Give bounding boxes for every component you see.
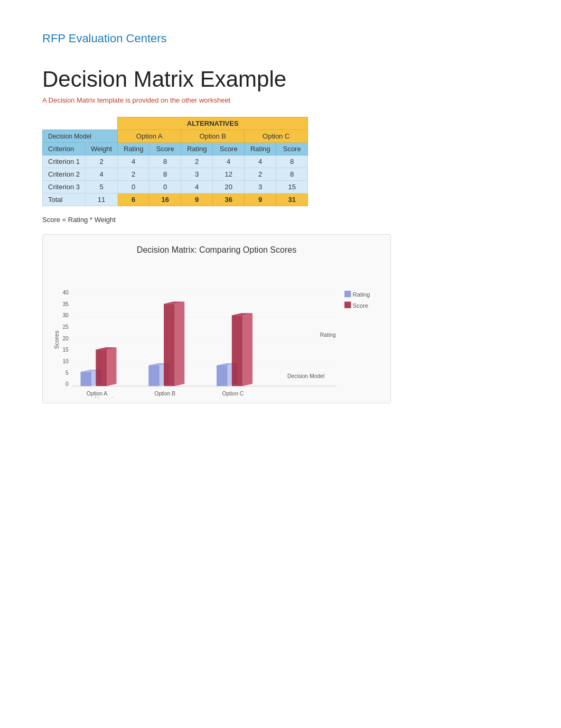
table-row: Criterion 1 2 4 8 2 4 4 8 <box>43 155 308 168</box>
svg-text:0: 0 <box>66 381 69 387</box>
total-b-rating: 9 <box>181 193 213 206</box>
svg-text:10: 10 <box>62 358 69 364</box>
a-score-1: 8 <box>149 155 181 168</box>
c-rating-2: 2 <box>245 168 276 181</box>
col-b-score: Score <box>213 143 245 155</box>
option-c-label: Option C <box>245 130 308 143</box>
formula-text: Score = Rating * Weight <box>42 216 519 224</box>
svg-text:Option B: Option B <box>154 391 175 397</box>
criterion-3: Criterion 3 <box>43 181 86 193</box>
svg-text:30: 30 <box>62 312 69 318</box>
weight-1: 2 <box>85 155 117 168</box>
svg-rect-31 <box>232 315 243 386</box>
svg-rect-16 <box>81 372 92 386</box>
weight-3: 5 <box>85 181 117 193</box>
svg-text:Score: Score <box>353 302 369 309</box>
c-rating-1: 4 <box>245 155 276 168</box>
chart-title: Decision Matrix: Comparing Option Scores <box>53 245 380 255</box>
b-rating-1: 2 <box>181 155 213 168</box>
svg-rect-41 <box>344 302 351 308</box>
a-score-3: 0 <box>149 181 181 193</box>
chart-container: Decision Matrix: Comparing Option Scores… <box>42 234 391 403</box>
total-c-score: 31 <box>276 193 308 206</box>
matrix-table-container: ALTERNATIVES Decision Model Option A Opt… <box>42 117 519 206</box>
c-score-3: 15 <box>276 181 308 193</box>
svg-text:Rating: Rating <box>320 332 336 338</box>
svg-text:Decision Model: Decision Model <box>287 373 324 379</box>
svg-marker-30 <box>242 313 253 386</box>
col-c-score: Score <box>276 143 308 155</box>
total-c-rating: 9 <box>245 193 276 206</box>
svg-text:Alternatives: Alternatives <box>94 397 122 398</box>
chart-svg: 0 5 10 15 20 25 30 35 40 Scores <box>53 260 380 398</box>
b-score-2: 12 <box>213 168 245 181</box>
svg-rect-25 <box>164 304 175 386</box>
svg-text:Option A: Option A <box>87 391 108 397</box>
svg-rect-19 <box>96 349 107 386</box>
table-row: Criterion 3 5 0 0 4 20 3 15 <box>43 181 308 193</box>
matrix-table: ALTERNATIVES Decision Model Option A Opt… <box>42 117 308 206</box>
c-score-1: 8 <box>276 155 308 168</box>
svg-text:25: 25 <box>62 324 69 330</box>
a-rating-2: 2 <box>118 168 149 181</box>
options-header-row: Decision Model Option A Option B Option … <box>43 130 308 143</box>
decision-model-label: Decision Model <box>43 130 118 143</box>
total-row: Total 11 6 16 9 36 9 31 <box>43 193 308 206</box>
b-score-1: 4 <box>213 155 245 168</box>
svg-rect-39 <box>344 291 351 297</box>
svg-text:20: 20 <box>62 336 69 342</box>
weight-2: 4 <box>85 168 117 181</box>
b-rating-2: 3 <box>181 168 213 181</box>
total-a-rating: 6 <box>118 193 149 206</box>
page-subtitle: A Decision Matrix template is provided o… <box>42 96 519 104</box>
c-rating-3: 3 <box>245 181 276 193</box>
criterion-2: Criterion 2 <box>43 168 86 181</box>
b-score-3: 20 <box>213 181 245 193</box>
alternatives-label: ALTERNATIVES <box>118 117 308 130</box>
a-score-2: 8 <box>149 168 181 181</box>
page-title: Decision Matrix Example <box>42 67 519 92</box>
chart-area: 0 5 10 15 20 25 30 35 40 Scores <box>53 260 380 398</box>
total-b-score: 36 <box>213 193 245 206</box>
svg-rect-22 <box>148 365 160 386</box>
blank-cell-1 <box>43 117 118 130</box>
c-score-2: 8 <box>276 168 308 181</box>
option-a-label: Option A <box>118 130 181 143</box>
svg-text:35: 35 <box>62 301 69 307</box>
svg-text:Option C: Option C <box>222 391 244 397</box>
app-title: RFP Evaluation Centers <box>42 32 519 45</box>
svg-text:Scores: Scores <box>53 330 60 349</box>
total-label: Total <box>43 193 86 206</box>
column-headers-row: Criterion Weight Rating Score Rating Sco… <box>43 143 308 155</box>
alternatives-header-row: ALTERNATIVES <box>43 117 308 130</box>
svg-rect-28 <box>217 365 228 386</box>
col-weight: Weight <box>85 143 117 155</box>
option-b-label: Option B <box>181 130 245 143</box>
svg-text:Rating: Rating <box>353 291 370 298</box>
svg-text:40: 40 <box>62 290 69 296</box>
col-criterion: Criterion <box>43 143 86 155</box>
criterion-1: Criterion 1 <box>43 155 86 168</box>
b-rating-3: 4 <box>181 181 213 193</box>
svg-text:15: 15 <box>62 347 69 353</box>
total-a-score: 16 <box>149 193 181 206</box>
a-rating-1: 4 <box>118 155 149 168</box>
table-row: Criterion 2 4 2 8 3 12 2 8 <box>43 168 308 181</box>
col-a-rating: Rating <box>118 143 149 155</box>
svg-text:5: 5 <box>66 370 69 376</box>
col-a-score: Score <box>149 143 181 155</box>
svg-marker-24 <box>175 302 185 386</box>
col-c-rating: Rating <box>245 143 276 155</box>
a-rating-3: 0 <box>118 181 149 193</box>
total-weight: 11 <box>85 193 117 206</box>
col-b-rating: Rating <box>181 143 213 155</box>
svg-marker-18 <box>107 347 117 386</box>
